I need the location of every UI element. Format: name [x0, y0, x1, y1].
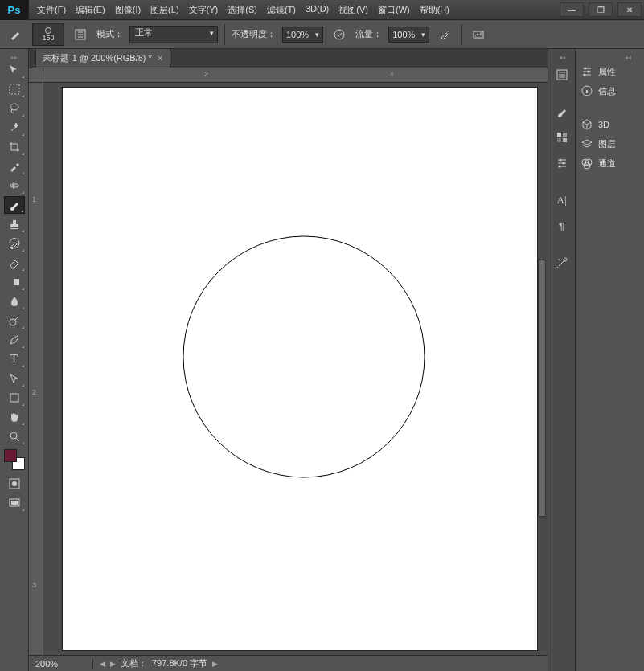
- healing-tool[interactable]: [4, 177, 25, 194]
- magic-wand-tool[interactable]: [4, 119, 25, 137]
- foreground-color-swatch[interactable]: [4, 449, 17, 462]
- flow-label: 流量：: [355, 28, 382, 40]
- history-brush-tool[interactable]: [4, 235, 25, 252]
- svg-rect-14: [11, 501, 18, 505]
- svg-rect-7: [10, 279, 14, 285]
- svg-point-26: [584, 74, 586, 76]
- ruler-vertical[interactable]: 1 2 3: [29, 83, 43, 655]
- panel-properties[interactable]: 属性: [576, 62, 644, 81]
- tools-collapse-icon[interactable]: ▸▸: [2, 54, 27, 60]
- zoom-tool[interactable]: [4, 428, 25, 445]
- status-menu-icon[interactable]: ▶: [212, 660, 218, 668]
- shape-tool[interactable]: [4, 389, 25, 407]
- menu-filter[interactable]: 滤镜(T): [262, 1, 301, 19]
- menu-window[interactable]: 窗口(W): [373, 1, 415, 19]
- brush-tip-icon: [45, 27, 51, 34]
- cube-icon: [580, 118, 593, 131]
- right-dock: ◂◂ A| ¶ ◂◂ 属性 信息 3D: [548, 49, 644, 671]
- flow-input[interactable]: 100%: [388, 27, 429, 43]
- tools-panel: ▸▸ T: [0, 49, 29, 671]
- close-tab-icon[interactable]: ✕: [157, 54, 163, 63]
- tool-preset-icon[interactable]: [6, 25, 26, 44]
- tools-preset-panel-icon[interactable]: [551, 252, 573, 274]
- canvas[interactable]: [63, 88, 537, 650]
- adjustments-panel-icon[interactable]: [551, 152, 573, 174]
- canvas-row: 1 2 3: [29, 83, 548, 655]
- panel-label: 3D: [598, 120, 609, 129]
- lasso-tool[interactable]: [4, 100, 25, 117]
- menu-view[interactable]: 视图(V): [334, 1, 373, 19]
- minimize-button[interactable]: —: [560, 2, 584, 17]
- quickmask-tool[interactable]: [4, 475, 25, 493]
- panel-label: 属性: [598, 66, 616, 78]
- svg-point-4: [10, 104, 18, 110]
- svg-point-12: [12, 481, 17, 486]
- titlebar: Ps 文件(F) 编辑(E) 图像(I) 图层(L) 文字(Y) 选择(S) 滤…: [0, 0, 644, 20]
- dock-collapse-icon[interactable]: ◂◂: [617, 54, 639, 62]
- menu-help[interactable]: 帮助(H): [415, 1, 454, 19]
- paragraph-panel-icon[interactable]: ¶: [551, 215, 573, 237]
- hand-tool[interactable]: [4, 408, 25, 426]
- ruler-horizontal[interactable]: 2 3: [43, 68, 548, 83]
- brush-presets-panel-icon[interactable]: [551, 100, 573, 123]
- eyedropper-tool[interactable]: [4, 158, 25, 175]
- menu-select[interactable]: 选择(S): [223, 1, 262, 19]
- stamp-tool[interactable]: [4, 215, 25, 233]
- pen-tool[interactable]: [4, 331, 25, 349]
- move-tool[interactable]: [4, 61, 25, 79]
- color-swatches[interactable]: [4, 449, 25, 470]
- menu-layer[interactable]: 图层(L): [146, 1, 183, 19]
- restore-button[interactable]: ❐: [589, 2, 613, 17]
- menu-image[interactable]: 图像(I): [110, 1, 146, 19]
- panel-3d[interactable]: 3D: [576, 115, 644, 134]
- blend-mode-select[interactable]: 正常: [129, 26, 218, 43]
- panel-label: 图层: [598, 138, 616, 150]
- brush-panel-icon[interactable]: [71, 25, 90, 44]
- panel-label: 信息: [598, 85, 616, 97]
- menu-edit[interactable]: 编辑(E): [71, 1, 110, 19]
- menu-3d[interactable]: 3D(D): [301, 1, 334, 19]
- opacity-pressure-icon[interactable]: [330, 25, 349, 44]
- status-next-icon[interactable]: ▶: [110, 660, 116, 668]
- type-tool[interactable]: T: [4, 350, 25, 368]
- dodge-tool[interactable]: [4, 312, 25, 329]
- ruler-v-tick: 3: [32, 581, 36, 589]
- menu-type[interactable]: 文字(Y): [184, 1, 224, 19]
- document-tabs: 未标题-1 @ 200%(RGB/8) * ✕: [29, 49, 548, 68]
- menu-file[interactable]: 文件(F): [32, 1, 71, 19]
- svg-point-10: [10, 432, 17, 439]
- path-select-tool[interactable]: [4, 370, 25, 387]
- blur-tool[interactable]: [4, 293, 25, 310]
- ruler-v-tick: 2: [32, 388, 36, 396]
- zoom-level[interactable]: 200%: [29, 659, 93, 669]
- tablet-pressure-icon[interactable]: [469, 25, 488, 44]
- character-panel-icon[interactable]: A|: [551, 189, 573, 211]
- panel-info[interactable]: 信息: [576, 81, 644, 100]
- panel-layers[interactable]: 图层: [576, 134, 644, 153]
- ruler-corner: [29, 68, 43, 83]
- document-tab-title: 未标题-1 @ 200%(RGB/8) *: [43, 52, 152, 64]
- mode-label: 模式：: [96, 28, 123, 40]
- status-prev-icon[interactable]: ◀: [100, 660, 105, 668]
- dock-collapse-icon[interactable]: ◂◂: [551, 54, 573, 62]
- brush-tool[interactable]: [4, 196, 25, 214]
- close-button[interactable]: ✕: [617, 2, 642, 17]
- eraser-tool[interactable]: [4, 254, 25, 272]
- canvas-viewport[interactable]: [43, 83, 548, 655]
- swatches-panel-icon[interactable]: [551, 126, 573, 149]
- svg-point-20: [559, 159, 561, 162]
- workspace: ▸▸ T 未标题-1 @ 200%(RGB/8) * ✕: [0, 49, 644, 671]
- brush-preset-picker[interactable]: 150: [32, 23, 64, 46]
- panel-channels[interactable]: 通道: [576, 153, 644, 173]
- screenmode-tool[interactable]: [4, 494, 25, 512]
- crop-tool[interactable]: [4, 138, 25, 156]
- marquee-tool[interactable]: [4, 80, 25, 98]
- brush-size-value: 150: [42, 34, 54, 42]
- airbrush-icon[interactable]: [436, 25, 455, 44]
- svg-rect-19: [563, 138, 567, 142]
- history-panel-icon[interactable]: [551, 63, 573, 86]
- gradient-tool[interactable]: [4, 273, 25, 291]
- vertical-scrollbar[interactable]: [538, 260, 546, 517]
- opacity-input[interactable]: 100%: [282, 27, 323, 43]
- document-tab[interactable]: 未标题-1 @ 200%(RGB/8) * ✕: [35, 48, 170, 68]
